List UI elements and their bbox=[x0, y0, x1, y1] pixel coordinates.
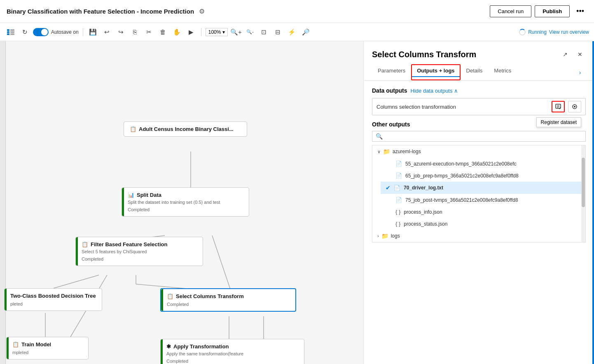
folder-logs-name: logs bbox=[391, 233, 400, 239]
tab-details[interactable]: Details bbox=[461, 64, 489, 80]
tab-parameters[interactable]: Parameters bbox=[372, 64, 411, 80]
node-twoclassboosted[interactable]: Two-Class Boosted Decision Tree pleted bbox=[4, 288, 102, 311]
tab-metrics[interactable]: Metrics bbox=[488, 64, 517, 80]
running-status: Running View run overview bbox=[519, 29, 589, 35]
cut-icon[interactable]: ✂ bbox=[143, 26, 155, 38]
file-tree: ∨ 📁 azureml-logs 📄 55_azureml-execution-… bbox=[372, 145, 586, 243]
folder-icon: 📁 bbox=[383, 148, 390, 155]
expand-tabs-icon[interactable]: › bbox=[574, 67, 586, 78]
search-icon: 🔍 bbox=[376, 133, 383, 140]
selectcolumns-icon: 📋 bbox=[167, 293, 173, 299]
node-filter[interactable]: 📋 Filter Based Feature Selection Select … bbox=[75, 237, 203, 266]
run-icon[interactable]: ▶ bbox=[185, 26, 197, 38]
svg-rect-2 bbox=[7, 33, 9, 35]
refresh-icon[interactable]: ↻ bbox=[19, 26, 30, 38]
node-splitdata[interactable]: 📊 Split Data Split the dataset into trai… bbox=[122, 187, 249, 217]
selectcolumns-green-bar bbox=[161, 289, 163, 311]
file-55-name: 55_azureml-execution-tvmps_366a5021c2e00… bbox=[405, 161, 517, 167]
data-output-box: Columns selection transformation bbox=[372, 98, 586, 115]
splitdata-subtitle: Split the dataset into training set (0.5… bbox=[128, 200, 243, 205]
applytransform-subtitle: Apply the same transformation(feature bbox=[166, 351, 298, 356]
folder-azureml-logs[interactable]: ∨ 📁 azureml-logs bbox=[372, 145, 585, 158]
data-outputs-section: Data outputs Hide data outputs ∧ Columns… bbox=[372, 87, 586, 115]
file-process-status[interactable]: { } process_status.json bbox=[381, 218, 585, 230]
zoom-in-icon[interactable]: 🔍+ bbox=[230, 26, 242, 38]
modules-icon[interactable] bbox=[5, 26, 16, 38]
scrollbar-track[interactable] bbox=[581, 145, 585, 242]
file-icon: 📄 bbox=[395, 197, 402, 203]
pan-icon[interactable]: ✋ bbox=[171, 26, 183, 38]
view-run-link[interactable]: View run overview bbox=[549, 29, 589, 35]
node-selectcolumns[interactable]: 📋 Select Columns Transform Completed bbox=[160, 288, 296, 312]
applytransform-status: Completed bbox=[166, 359, 298, 364]
file-icon: 📄 bbox=[395, 173, 402, 179]
folder-icon: 📁 bbox=[381, 233, 388, 239]
hide-data-outputs-link[interactable]: Hide data outputs ∧ bbox=[411, 88, 458, 94]
save-icon[interactable]: 💾 bbox=[87, 26, 99, 38]
cancel-run-button[interactable]: Cancel run bbox=[490, 5, 531, 17]
file-process-info-name: process_info.json bbox=[404, 209, 442, 215]
node-trainmodel-title: 📋 Train Model bbox=[12, 341, 82, 348]
canvas[interactable]: 📋 Adult Census Income Binary Classi... 📊… bbox=[0, 41, 363, 364]
publish-button[interactable]: Publish bbox=[535, 5, 570, 17]
panel-content: Data outputs Hide data outputs ∧ Columns… bbox=[364, 81, 594, 364]
header: Binary Classification with Feature Selec… bbox=[0, 0, 594, 23]
lightning-icon[interactable]: ⚡ bbox=[286, 26, 298, 38]
tab-outputs-logs[interactable]: Outputs + logs bbox=[411, 64, 460, 80]
register-dataset-button[interactable] bbox=[552, 101, 565, 112]
zoom-select[interactable]: 100% ▾ bbox=[206, 28, 228, 36]
more-options-button[interactable]: ••• bbox=[573, 5, 587, 17]
undo-icon[interactable]: ↩ bbox=[101, 26, 113, 38]
svg-line-9 bbox=[212, 236, 231, 290]
panel-title: Select Columns Transform bbox=[372, 50, 476, 59]
autosave-label: Autosave on bbox=[51, 29, 79, 35]
delete-icon[interactable]: 🗑 bbox=[157, 26, 169, 38]
minimap-icon[interactable]: ⊟ bbox=[272, 26, 284, 38]
zoom-out-icon[interactable]: 🔍- bbox=[244, 26, 256, 38]
page-title: Binary Classification with Feature Selec… bbox=[7, 8, 194, 15]
node-applytransform-title: ✱ Apply Transformation bbox=[166, 343, 298, 350]
expand-icon[interactable]: ↗ bbox=[559, 49, 571, 60]
dataset-icon: 📋 bbox=[130, 126, 136, 132]
chevron-down-icon: ∨ bbox=[377, 149, 381, 154]
autosave-toggle[interactable]: Autosave on bbox=[33, 28, 79, 36]
splitdata-icon: 📊 bbox=[128, 192, 134, 198]
node-dataset-title: 📋 Adult Census Income Binary Classi... bbox=[130, 126, 241, 132]
search-box[interactable]: 🔍 bbox=[372, 131, 586, 142]
file-75[interactable]: 📄 75_job_post-tvmps_366a5021c2e008efc9a8… bbox=[381, 194, 585, 206]
node-applytransform[interactable]: ✱ Apply Transformation Apply the same tr… bbox=[160, 339, 304, 364]
node-dataset[interactable]: 📋 Adult Census Income Binary Classi... bbox=[124, 121, 247, 137]
copy-icon[interactable]: ⎘ bbox=[129, 26, 141, 38]
file-55[interactable]: 📄 55_azureml-execution-tvmps_366a5021c2e… bbox=[381, 158, 585, 170]
fit-view-icon[interactable]: ⊡ bbox=[258, 26, 270, 38]
svg-rect-4 bbox=[10, 31, 14, 33]
folder-name: azureml-logs bbox=[393, 149, 421, 154]
preview-button[interactable] bbox=[568, 101, 581, 112]
search-canvas-icon[interactable]: 🔎 bbox=[300, 26, 312, 38]
file-70[interactable]: ✔ 📄 70_driver_log.txt bbox=[381, 182, 585, 194]
selectcolumns-status: Completed bbox=[167, 302, 290, 307]
header-right: Cancel run Publish ••• bbox=[490, 5, 587, 17]
settings-icon[interactable]: ⚙ bbox=[199, 7, 205, 15]
panel-header: Select Columns Transform ↗ ✕ bbox=[364, 41, 594, 60]
filter-subtitle: Select 5 features by ChiSquared bbox=[82, 249, 197, 254]
trainmodel-status: mpleted bbox=[12, 350, 82, 355]
close-panel-icon[interactable]: ✕ bbox=[574, 49, 586, 60]
node-trainmodel[interactable]: 📋 Train Model mpleted bbox=[6, 337, 89, 359]
svg-rect-0 bbox=[7, 29, 9, 31]
twoclassboosted-green-bar bbox=[5, 289, 7, 310]
applytransform-green-bar bbox=[161, 339, 163, 364]
redo-icon[interactable]: ↪ bbox=[115, 26, 127, 38]
json-icon: { } bbox=[395, 209, 400, 215]
main: 📋 Adult Census Income Binary Classi... 📊… bbox=[0, 41, 594, 364]
splitdata-green-bar bbox=[122, 188, 124, 216]
file-65[interactable]: 📄 65_job_prep-tvmps_366a5021c2e008efc9a8… bbox=[381, 170, 585, 182]
header-left: Binary Classification with Feature Selec… bbox=[7, 7, 205, 15]
filter-icon: 📋 bbox=[82, 241, 88, 247]
azureml-logs-children: 📄 55_azureml-execution-tvmps_366a5021c2e… bbox=[372, 158, 585, 230]
file-process-info[interactable]: { } process_info.json bbox=[381, 206, 585, 218]
file-process-status-name: process_status.json bbox=[404, 221, 447, 227]
folder-logs[interactable]: › 📁 logs bbox=[372, 230, 585, 242]
scrollbar-thumb[interactable] bbox=[582, 158, 585, 207]
svg-rect-5 bbox=[10, 33, 14, 35]
